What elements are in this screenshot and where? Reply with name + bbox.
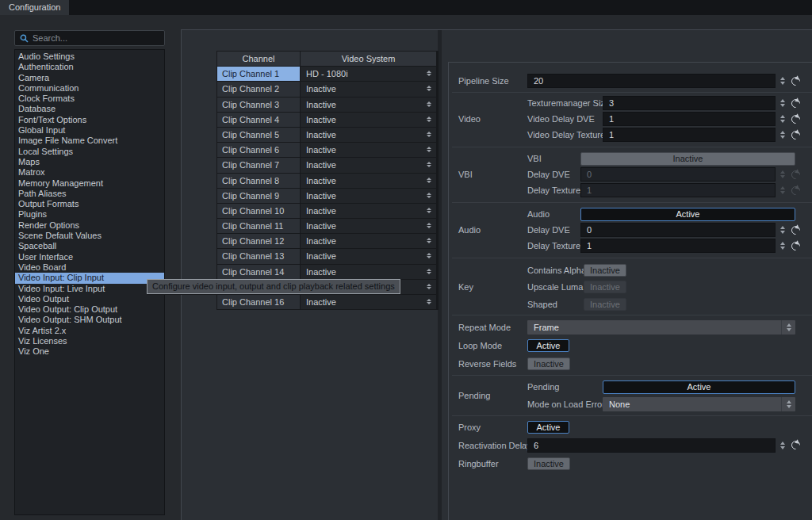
stepper-icon[interactable] [427,193,431,198]
stepper-icon[interactable] [780,442,785,449]
stepper-icon[interactable] [427,162,431,167]
sidebar-item-video-output-shm-output[interactable]: Video Output: SHM Output [15,315,164,325]
texturemanager-size-field[interactable]: 3 [603,96,776,110]
sidebar-item-audio-settings[interactable]: Audio Settings [15,52,164,62]
sidebar-item-font-text-options[interactable]: Font/Text Options [15,115,164,125]
channel-cell[interactable]: Clip Channel 9 [217,189,300,203]
reset-icon[interactable] [791,115,800,124]
video-system-select[interactable]: Inactive [301,143,436,157]
channel-cell[interactable]: Clip Channel 6 [217,143,300,157]
stepper-icon[interactable] [427,269,431,274]
sidebar-item-clock-formats[interactable]: Clock Formats [15,94,164,104]
sidebar-item-plugins[interactable]: Plugins [15,209,164,220]
video-system-select[interactable]: HD - 1080i [301,67,436,81]
delay-dve-field[interactable]: 0 [580,223,776,237]
channel-cell[interactable]: Clip Channel 5 [217,128,300,142]
stepper-icon[interactable] [780,242,785,250]
mode-on-load-error-dropdown[interactable]: None [603,397,795,411]
video-system-select[interactable]: Inactive [301,113,436,127]
stepper-icon[interactable] [780,77,785,85]
video-system-select[interactable]: Inactive [301,82,436,96]
sidebar-item-communication[interactable]: Communication [15,83,164,94]
video-delay-dve-field[interactable]: 1 [603,112,776,126]
vbi-toggle[interactable]: Inactive [580,152,795,166]
video-system-select[interactable]: Inactive [301,158,436,172]
channel-cell[interactable]: Clip Channel 14 [217,265,300,279]
stepper-icon[interactable] [780,131,785,139]
channel-cell[interactable]: Clip Channel 2 [217,82,300,96]
loop-mode-toggle[interactable]: Active [527,339,569,352]
stepper-icon[interactable] [427,299,431,304]
channel-cell[interactable]: Clip Channel 8 [217,174,300,188]
channel-cell[interactable]: Clip Channel 7 [217,158,300,172]
video-delay-texture-field[interactable]: 1 [603,128,776,142]
sidebar-item-viz-licenses[interactable]: Viz Licenses [15,336,164,346]
sidebar-item-maps[interactable]: Maps [15,157,164,167]
sidebar-item-video-input-clip-input[interactable]: Video Input: Clip Input [15,273,164,283]
stepper-icon[interactable] [787,323,791,331]
stepper-icon[interactable] [427,86,431,91]
reset-icon[interactable] [791,226,800,235]
reset-icon[interactable] [791,99,800,108]
sidebar-item-path-aliases[interactable]: Path Aliases [15,189,164,199]
stepper-icon[interactable] [427,238,431,243]
audio-toggle[interactable]: Active [580,208,795,221]
channel-cell[interactable]: Clip Channel 1 [217,67,300,81]
stepper-icon[interactable] [427,101,431,107]
stepper-icon[interactable] [427,253,431,258]
sidebar-item-render-options[interactable]: Render Options [15,220,164,231]
video-system-select[interactable]: Inactive [301,174,436,188]
sidebar-item-output-formats[interactable]: Output Formats [15,199,164,209]
video-system-select[interactable]: Inactive [301,234,436,248]
channel-cell[interactable]: Clip Channel 10 [217,204,300,218]
channel-cell[interactable]: Clip Channel 13 [217,249,300,263]
reset-icon[interactable] [791,131,800,140]
video-system-select[interactable]: Inactive [301,295,436,309]
stepper-icon[interactable] [427,208,431,213]
video-system-select[interactable]: Inactive [301,265,436,279]
stepper-icon[interactable] [427,117,431,122]
channel-cell[interactable]: Clip Channel 3 [217,98,300,112]
pipeline-field[interactable]: 20 [527,74,776,88]
stepper-icon[interactable] [427,223,431,228]
sidebar-item-user-interface[interactable]: User Interface [15,252,164,262]
sidebar-item-spaceball[interactable]: Spaceball [15,241,164,251]
sidebar-item-global-input[interactable]: Global Input [15,125,164,136]
channel-cell[interactable]: Clip Channel 12 [217,234,300,248]
stepper-icon[interactable] [787,400,791,408]
stepper-icon[interactable] [780,226,785,234]
delay-texture-field[interactable]: 1 [580,239,776,253]
reverse-fields-toggle[interactable]: Inactive [527,358,570,370]
reset-icon[interactable] [791,77,800,86]
channel-cell[interactable]: Clip Channel 16 [217,295,300,309]
reset-icon[interactable] [791,242,800,250]
stepper-icon[interactable] [427,178,431,183]
stepper-icon[interactable] [427,71,431,76]
sidebar-item-video-output[interactable]: Video Output [15,294,164,304]
sidebar-item-database[interactable]: Database [15,104,164,114]
pending-toggle[interactable]: Active [603,380,795,394]
repeat-mode-dropdown[interactable]: Frame [527,320,795,335]
ringbuffer-toggle[interactable]: Inactive [527,457,570,470]
video-system-select[interactable]: Inactive [301,219,436,233]
channel-cell[interactable]: Clip Channel 11 [217,219,300,233]
sidebar-item-video-output-clip-output[interactable]: Video Output: Clip Output [15,304,164,315]
stepper-icon[interactable] [780,99,785,107]
stepper-icon[interactable] [427,147,431,152]
sidebar-item-viz-one[interactable]: Viz One [15,346,164,357]
search-input[interactable] [33,33,164,43]
video-system-select[interactable]: Inactive [301,128,436,142]
sidebar-item-image-file-name-convert[interactable]: Image File Name Convert [15,136,164,146]
sidebar-item-camera[interactable]: Camera [15,73,164,83]
sidebar-item-memory-management[interactable]: Memory Management [15,178,164,189]
sidebar-item-authentication[interactable]: Authentication [15,62,164,72]
tab-configuration[interactable]: Configuration [0,0,69,15]
sidebar-item-local-settings[interactable]: Local Settings [15,147,164,157]
video-system-select[interactable]: Inactive [301,249,436,263]
video-system-select[interactable]: Inactive [301,98,436,112]
proxy-toggle[interactable]: Active [527,421,569,434]
sidebar-item-viz-artist-2-x[interactable]: Viz Artist 2.x [15,326,164,336]
video-system-select[interactable]: Inactive [301,189,436,203]
stepper-icon[interactable] [427,284,431,289]
sidebar-item-video-input-live-input[interactable]: Video Input: Live Input [15,284,164,294]
